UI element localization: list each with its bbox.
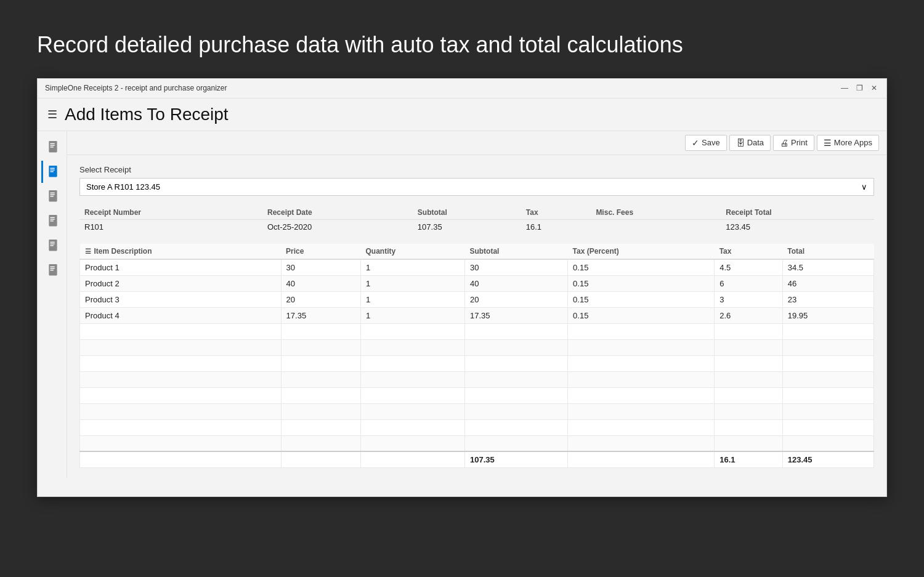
save-button[interactable]: ✓ Save — [685, 135, 727, 151]
sidebar-item-4[interactable] — [41, 210, 63, 232]
table-cell[interactable] — [361, 355, 465, 371]
table-cell[interactable]: 46 — [782, 275, 873, 291]
table-cell[interactable] — [80, 355, 282, 371]
table-cell[interactable]: 20 — [281, 291, 360, 307]
table-cell[interactable] — [281, 419, 360, 435]
table-cell[interactable]: 1 — [361, 291, 465, 307]
table-cell[interactable]: 0.15 — [568, 307, 715, 323]
table-cell[interactable] — [715, 387, 783, 403]
table-cell[interactable] — [782, 435, 873, 451]
table-cell[interactable]: 40 — [281, 275, 360, 291]
table-cell[interactable]: 2.6 — [715, 307, 783, 323]
minimize-button[interactable]: — — [840, 83, 849, 93]
table-cell[interactable] — [361, 323, 465, 339]
table-cell[interactable] — [568, 435, 715, 451]
table-cell[interactable]: 30 — [464, 259, 567, 275]
table-cell[interactable]: 17.35 — [281, 307, 360, 323]
table-cell[interactable]: 1 — [361, 275, 465, 291]
table-cell[interactable]: 40 — [464, 275, 567, 291]
receipt-select-dropdown[interactable]: Store A R101 123.45 ∨ — [79, 178, 874, 196]
table-cell[interactable]: 1 — [361, 307, 465, 323]
table-cell[interactable] — [568, 323, 715, 339]
sidebar-item-1[interactable] — [41, 136, 63, 158]
table-cell[interactable]: 34.5 — [782, 259, 873, 275]
table-cell[interactable] — [361, 371, 465, 387]
table-cell[interactable] — [568, 371, 715, 387]
table-cell[interactable] — [281, 371, 360, 387]
table-cell[interactable] — [464, 323, 567, 339]
table-cell[interactable]: Product 4 — [80, 307, 282, 323]
table-cell[interactable]: 19.95 — [782, 307, 873, 323]
table-cell[interactable]: 4.5 — [715, 259, 783, 275]
table-cell[interactable]: 30 — [281, 259, 360, 275]
table-cell[interactable]: Product 1 — [80, 259, 282, 275]
sidebar-item-2[interactable] — [41, 161, 63, 183]
table-row[interactable] — [80, 387, 874, 403]
table-cell[interactable] — [80, 323, 282, 339]
table-cell[interactable] — [568, 419, 715, 435]
table-cell[interactable] — [80, 435, 282, 451]
table-cell[interactable] — [80, 339, 282, 355]
table-row[interactable]: Product 417.35117.350.152.619.95 — [80, 307, 874, 323]
table-cell[interactable]: 23 — [782, 291, 873, 307]
table-cell[interactable] — [464, 419, 567, 435]
table-cell[interactable] — [782, 323, 873, 339]
table-cell[interactable] — [361, 435, 465, 451]
table-cell[interactable] — [361, 403, 465, 419]
table-cell[interactable] — [568, 387, 715, 403]
table-cell[interactable] — [782, 387, 873, 403]
table-row[interactable]: Product 1301300.154.534.5 — [80, 259, 874, 275]
table-row[interactable] — [80, 403, 874, 419]
table-cell[interactable] — [361, 419, 465, 435]
table-cell[interactable] — [281, 435, 360, 451]
table-cell[interactable] — [568, 403, 715, 419]
restore-button[interactable]: ❐ — [854, 83, 864, 93]
table-cell[interactable] — [464, 435, 567, 451]
table-cell[interactable] — [361, 339, 465, 355]
table-cell[interactable]: 20 — [464, 291, 567, 307]
table-cell[interactable] — [782, 371, 873, 387]
table-cell[interactable] — [80, 371, 282, 387]
table-cell[interactable] — [464, 403, 567, 419]
table-cell[interactable] — [715, 419, 783, 435]
table-cell[interactable]: 0.15 — [568, 259, 715, 275]
table-cell[interactable] — [281, 323, 360, 339]
table-cell[interactable] — [464, 371, 567, 387]
table-cell[interactable] — [715, 355, 783, 371]
print-button[interactable]: 🖨 Print — [773, 135, 814, 151]
table-cell[interactable] — [715, 371, 783, 387]
table-cell[interactable]: 6 — [715, 275, 783, 291]
table-row[interactable] — [80, 371, 874, 387]
table-cell[interactable]: 17.35 — [464, 307, 567, 323]
table-row[interactable] — [80, 323, 874, 339]
table-cell[interactable] — [715, 403, 783, 419]
table-cell[interactable] — [464, 355, 567, 371]
table-cell[interactable] — [80, 387, 282, 403]
table-cell[interactable] — [464, 387, 567, 403]
table-cell[interactable] — [361, 387, 465, 403]
sidebar-item-6[interactable] — [41, 259, 63, 281]
table-cell[interactable]: Product 2 — [80, 275, 282, 291]
table-cell[interactable]: 0.15 — [568, 275, 715, 291]
close-button[interactable]: ✕ — [869, 83, 879, 93]
table-cell[interactable]: Product 3 — [80, 291, 282, 307]
table-row[interactable]: Product 3201200.15323 — [80, 291, 874, 307]
table-cell[interactable] — [281, 403, 360, 419]
hamburger-icon[interactable]: ☰ — [47, 108, 57, 121]
table-cell[interactable] — [281, 355, 360, 371]
table-cell[interactable] — [80, 403, 282, 419]
sidebar-item-5[interactable] — [41, 235, 63, 257]
table-cell[interactable] — [782, 355, 873, 371]
table-cell[interactable] — [568, 339, 715, 355]
table-cell[interactable] — [715, 435, 783, 451]
table-row[interactable] — [80, 419, 874, 435]
table-cell[interactable] — [80, 419, 282, 435]
table-cell[interactable] — [715, 339, 783, 355]
table-cell[interactable]: 0.15 — [568, 291, 715, 307]
table-row[interactable] — [80, 339, 874, 355]
table-cell[interactable] — [782, 403, 873, 419]
table-cell[interactable] — [568, 355, 715, 371]
table-row[interactable] — [80, 435, 874, 451]
table-cell[interactable]: 1 — [361, 259, 465, 275]
table-cell[interactable]: 3 — [715, 291, 783, 307]
